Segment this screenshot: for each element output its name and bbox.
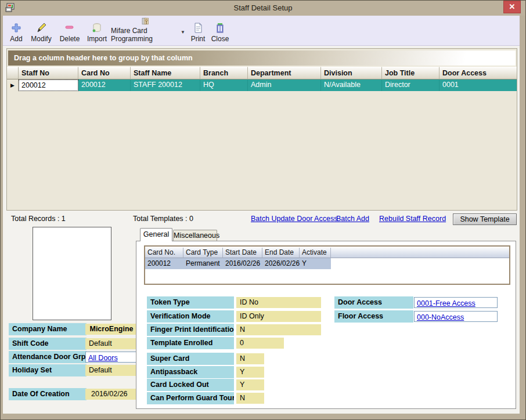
card-cell-card-no[interactable]: 200012 (145, 258, 183, 269)
token-type-value: ID No (236, 297, 321, 308)
shift-code-value: Default (85, 338, 138, 349)
cell-branch[interactable]: HQ (200, 79, 248, 91)
add-label: Add (10, 35, 22, 43)
grid-col-department[interactable]: Department (248, 67, 321, 79)
floor-access-label: Floor Access (334, 310, 413, 323)
import-label: Import (87, 35, 107, 43)
card-list: Card No. Card Type Start Date End Date A… (144, 245, 510, 285)
window-title: Staff Detail Setup (1, 3, 525, 12)
modify-label: Modify (31, 35, 51, 43)
row-indicator-icon: ▶ (10, 82, 15, 88)
holiday-set-label: Holiday Set (9, 364, 87, 376)
grid-col-door-access[interactable]: Door Access (439, 67, 517, 79)
mifare-card-programming-button[interactable]: Mifare Card Programming (111, 17, 181, 45)
card-row[interactable]: 200012 Permanent 2016/02/26 2026/02/26 Y (145, 258, 509, 269)
can-perform-guard-tour-label: Can Perform Guard Tour (147, 392, 234, 404)
super-card-label: Super Card (147, 353, 234, 365)
token-type-label: Token Type (147, 296, 234, 309)
table-row[interactable]: ▶ 200012 200012 STAFF 200012 HQ Admin N/… (7, 79, 517, 91)
card-locked-out-value: Y (236, 379, 264, 390)
card-cell-activate[interactable]: Y (300, 258, 331, 269)
staff-detail-setup-window: Staff Detail Setup ✕ Add Modify Delete I… (0, 0, 526, 420)
import-button[interactable]: Import (84, 17, 110, 45)
tab-general[interactable]: General (140, 228, 172, 241)
print-document-icon (192, 22, 204, 34)
batch-add-link[interactable]: Batch Add (336, 215, 369, 223)
card-col-card-type[interactable]: Card Type (183, 248, 223, 258)
title-bar: Staff Detail Setup ✕ (1, 1, 525, 16)
print-label: Print (191, 35, 206, 43)
grid-col-branch[interactable]: Branch (200, 67, 248, 79)
delete-label: Delete (60, 35, 80, 43)
total-records-label: Total Records : 1 (11, 215, 66, 223)
delete-button[interactable]: Delete (56, 17, 83, 45)
batch-update-door-access-link[interactable]: Batch Update Door Access (251, 215, 337, 223)
antipassback-value: Y (236, 367, 264, 378)
floor-access-link[interactable]: 000-NoAccess (417, 313, 464, 321)
shift-code-label: Shift Code (9, 338, 87, 350)
floor-access-field[interactable]: 000-NoAccess (414, 311, 498, 322)
card-col-filler (331, 248, 509, 258)
card-list-header: Card No. Card Type Start Date End Date A… (145, 248, 509, 258)
can-perform-guard-tour-value: N (236, 393, 264, 404)
close-form-label: Close (211, 35, 229, 43)
mifare-dropdown-arrow-icon[interactable]: ▼ (181, 30, 185, 35)
card-col-activate[interactable]: Activate (300, 248, 331, 258)
grid-col-job-title[interactable]: Job Title (382, 67, 439, 79)
card-cell-card-type[interactable]: Permanent (183, 258, 223, 269)
grid-col-division[interactable]: Division (321, 67, 382, 79)
add-plus-icon (10, 22, 22, 34)
cell-door-access[interactable]: 0001 (439, 79, 517, 91)
company-name-label: Company Name (9, 323, 87, 335)
card-col-end-date[interactable]: End Date (262, 248, 300, 258)
attendance-door-grp-label: Attendance Door Grp (9, 351, 87, 363)
window-close-button[interactable]: ✕ (503, 1, 521, 13)
rebuild-staff-record-link[interactable]: Rebuild Staff Record (379, 215, 446, 223)
cell-department[interactable]: Admin (248, 79, 321, 91)
show-template-button[interactable]: Show Template (453, 213, 517, 225)
close-icon: ✕ (509, 2, 516, 11)
card-col-card-no[interactable]: Card No. (145, 248, 183, 258)
card-col-start-date[interactable]: Start Date (223, 248, 262, 258)
cell-job-title[interactable]: Director (382, 79, 439, 91)
pencil-icon (35, 22, 47, 34)
cell-staff-no[interactable]: 200012 (19, 79, 78, 91)
database-import-icon (91, 22, 103, 34)
grid-col-card-no[interactable]: Card No (78, 67, 131, 79)
staff-photo-box (33, 227, 111, 320)
card-cell-start-date[interactable]: 2016/02/26 (223, 258, 262, 269)
group-by-panel[interactable]: Drag a column header here to group by th… (8, 50, 516, 66)
verification-mode-value: ID Only (236, 311, 321, 322)
cell-card-no[interactable]: 200012 (78, 79, 131, 91)
grid-col-staff-name[interactable]: Staff Name (131, 67, 200, 79)
attendance-door-grp-field[interactable]: All Doors (85, 352, 138, 363)
finger-print-identification-label: Finger Print Identification (147, 324, 234, 336)
tab-miscellaneous[interactable]: Miscellaneous (173, 230, 217, 241)
date-of-creation-value: 2016/02/26 (85, 389, 138, 400)
add-button[interactable]: Add (5, 17, 27, 45)
total-templates-label: Total Templates : 0 (133, 215, 193, 223)
door-access-field[interactable]: 0001-Free Access (414, 297, 498, 308)
modify-button[interactable]: Modify (27, 17, 55, 45)
staff-grid: Drag a column header here to group by th… (6, 48, 517, 211)
template-enrolled-label: Template Enrolled (147, 337, 234, 349)
super-card-value: N (236, 353, 264, 364)
cell-division[interactable]: N/Available (321, 79, 382, 91)
holiday-set-value: Default (85, 365, 138, 376)
card-cell-end-date[interactable]: 2026/02/26 (262, 258, 300, 269)
grid-col-staff-no[interactable]: Staff No (19, 67, 78, 79)
cell-staff-name[interactable]: STAFF 200012 (131, 79, 200, 91)
all-doors-link[interactable]: All Doors (88, 354, 118, 362)
card-key-icon (140, 17, 152, 26)
date-of-creation-label: Date Of Creation (9, 388, 87, 400)
company-name-value: MicroEngine (85, 324, 138, 335)
minus-icon (64, 22, 75, 34)
row-indicator: ▶ (7, 79, 19, 91)
door-access-link[interactable]: 0001-Free Access (417, 299, 475, 307)
door-access-label: Door Access (334, 296, 413, 309)
close-form-button[interactable]: Close (208, 17, 232, 45)
finger-print-identification-value: N (236, 324, 321, 335)
verification-mode-label: Verification Mode (147, 310, 234, 323)
print-button[interactable]: Print (188, 17, 208, 45)
template-enrolled-value: 0 (236, 338, 284, 349)
